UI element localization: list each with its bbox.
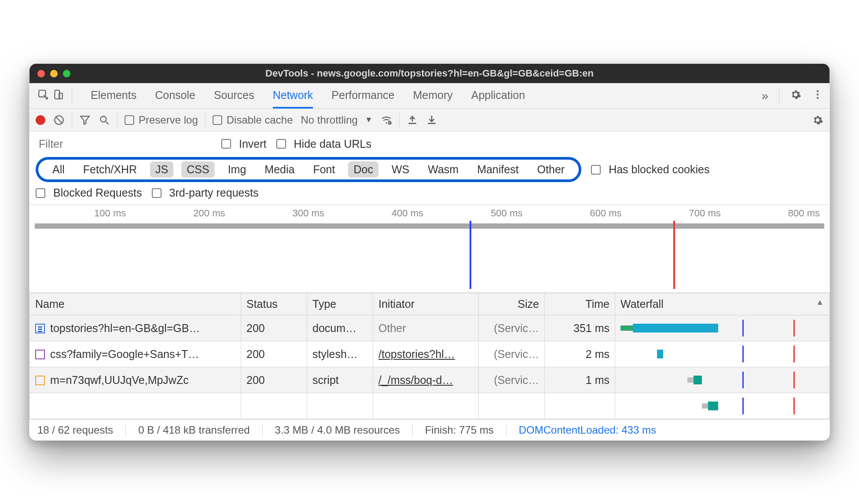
type-filter-ws[interactable]: WS	[386, 161, 415, 178]
resource-type-filter-group: AllFetch/XHRJSCSSImgMediaFontDocWSWasmMa…	[36, 157, 581, 182]
type-filter-media[interactable]: Media	[259, 161, 300, 178]
status-resources: 3.3 MB / 4.0 MB resources	[275, 424, 400, 436]
status-finish: Finish: 775 ms	[425, 424, 494, 436]
third-party-checkbox[interactable]	[152, 188, 162, 198]
separator	[117, 113, 117, 127]
col-type[interactable]: Type	[307, 293, 373, 315]
type-filter-font[interactable]: Font	[308, 161, 340, 178]
network-toolbar: Preserve log Disable cache No throttling…	[29, 109, 830, 131]
doc-icon	[35, 324, 45, 333]
request-row[interactable]: css?family=Google+Sans+T…200stylesh…/top…	[30, 341, 830, 367]
request-row[interactable]	[30, 393, 830, 419]
filter-input[interactable]	[36, 135, 212, 153]
col-waterfall[interactable]: Waterfall	[615, 293, 830, 315]
type-filter-all[interactable]: All	[47, 161, 70, 178]
type-filter-js[interactable]: JS	[150, 161, 173, 178]
type-filter-css[interactable]: CSS	[181, 161, 214, 178]
type-filter-fetchxhr[interactable]: Fetch/XHR	[78, 161, 142, 178]
has-blocked-cookies-checkbox[interactable]	[591, 165, 601, 175]
network-settings-icon[interactable]	[812, 114, 823, 126]
third-party-label: 3rd-party requests	[169, 186, 259, 199]
overview-tick: 800 ms	[727, 208, 826, 219]
separator	[399, 113, 400, 127]
col-name[interactable]: Name	[30, 293, 241, 315]
preserve-log-label: Preserve log	[139, 114, 198, 126]
invert-label: Invert	[239, 138, 267, 150]
type-filter-wasm[interactable]: Wasm	[422, 161, 464, 178]
devtools-window: DevTools - news.google.com/topstories?hl…	[29, 63, 830, 441]
has-blocked-cookies-label: Has blocked cookies	[609, 163, 709, 176]
throttling-dropdown[interactable]: No throttling ▼	[301, 114, 372, 126]
preserve-log-checkbox[interactable]	[125, 115, 134, 125]
requests-table: Name Status Type Initiator Size Time Wat…	[29, 293, 830, 419]
invert-checkbox[interactable]	[221, 139, 231, 149]
separator	[72, 113, 72, 127]
tab-performance[interactable]: Performance	[331, 84, 394, 108]
clear-icon[interactable]	[53, 114, 65, 126]
type-filter-img[interactable]: Img	[223, 161, 252, 178]
col-status[interactable]: Status	[241, 293, 307, 315]
request-row[interactable]: m=n73qwf,UUJqVe,MpJwZc200script/_/mss/bo…	[30, 367, 830, 393]
svg-point-5	[817, 97, 819, 99]
overview-tick: 700 ms	[628, 208, 727, 219]
disable-cache-checkbox[interactable]	[213, 115, 222, 125]
disable-cache-label: Disable cache	[227, 114, 293, 126]
separator	[72, 88, 72, 103]
overview-tick: 100 ms	[33, 208, 132, 219]
kebab-menu-icon[interactable]	[812, 89, 823, 103]
export-har-icon[interactable]	[426, 114, 437, 126]
tab-memory[interactable]: Memory	[413, 84, 452, 108]
blocked-requests-label: Blocked Requests	[53, 186, 142, 199]
type-filter-manifest[interactable]: Manifest	[472, 161, 524, 178]
tab-application[interactable]: Application	[471, 84, 525, 108]
overview-tick: 600 ms	[529, 208, 628, 219]
window-title: DevTools - news.google.com/topstories?hl…	[29, 68, 830, 79]
tab-sources[interactable]: Sources	[214, 84, 254, 108]
status-bar: 18 / 62 requests 0 B / 418 kB transferre…	[29, 419, 830, 440]
col-initiator[interactable]: Initiator	[373, 293, 479, 315]
hide-data-urls-label: Hide data URLs	[294, 138, 371, 150]
status-requests: 18 / 62 requests	[37, 424, 113, 436]
separator	[205, 113, 206, 127]
search-icon[interactable]	[99, 114, 110, 126]
svg-point-3	[817, 90, 819, 92]
svg-point-8	[385, 122, 387, 123]
panel-tabs: ElementsConsoleSourcesNetworkPerformance…	[91, 84, 761, 108]
device-toolbar-icon[interactable]	[51, 89, 66, 103]
col-time[interactable]: Time	[545, 293, 615, 315]
import-har-icon[interactable]	[407, 114, 418, 126]
type-filter-other[interactable]: Other	[532, 161, 570, 178]
css-icon	[35, 350, 45, 359]
titlebar: DevTools - news.google.com/topstories?hl…	[29, 64, 830, 83]
request-row[interactable]: topstories?hl=en-GB&gl=GB…200docum…Other…	[30, 315, 830, 341]
col-size[interactable]: Size	[479, 293, 545, 315]
type-filter-doc[interactable]: Doc	[348, 161, 378, 178]
settings-icon[interactable]	[790, 89, 801, 103]
filter-funnel-icon[interactable]	[79, 114, 91, 126]
separator	[779, 88, 779, 103]
panel-tabs-row: ElementsConsoleSourcesNetworkPerformance…	[29, 83, 830, 109]
tab-elements[interactable]: Elements	[91, 84, 136, 108]
inspect-element-icon[interactable]	[36, 89, 51, 103]
tab-console[interactable]: Console	[155, 84, 195, 108]
svg-point-4	[817, 93, 819, 95]
status-transferred: 0 B / 418 kB transferred	[138, 424, 250, 436]
tab-network[interactable]: Network	[273, 84, 313, 109]
record-button[interactable]	[36, 115, 45, 125]
network-conditions-icon[interactable]	[381, 114, 392, 126]
status-domcontentloaded: DOMContentLoaded: 433 ms	[519, 424, 656, 436]
overview-tick: 200 ms	[132, 208, 231, 219]
overview-tick: 300 ms	[231, 208, 330, 219]
more-panels-icon[interactable]: »	[761, 89, 768, 103]
blocked-requests-checkbox[interactable]	[36, 188, 45, 198]
svg-point-7	[100, 116, 106, 122]
js-icon	[35, 376, 45, 385]
overview-tick: 500 ms	[430, 208, 529, 219]
overview-tick: 400 ms	[330, 208, 430, 219]
timeline-overview[interactable]: 100 ms200 ms300 ms400 ms500 ms600 ms700 …	[29, 205, 830, 293]
filters-area: Invert Hide data URLs AllFetch/XHRJSCSSI…	[29, 131, 830, 205]
hide-data-urls-checkbox[interactable]	[276, 139, 286, 149]
